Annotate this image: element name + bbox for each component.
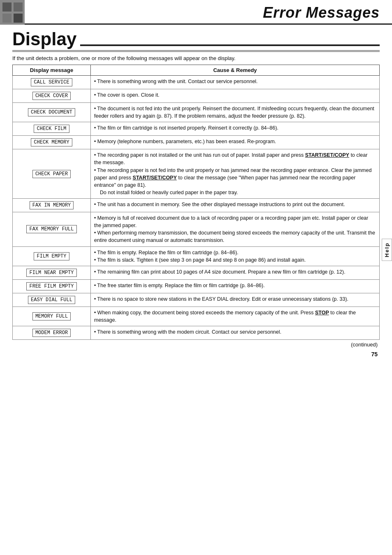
cause-cell: • The remaining film can print about 10 … — [91, 266, 380, 279]
table-row: CALL SERVICE • There is something wrong … — [13, 76, 380, 89]
message-cell: CHECK DOCUMENT — [13, 103, 91, 122]
help-side-tab: Help — [382, 239, 392, 261]
message-cell: FAX IN MEMORY — [13, 199, 91, 212]
error-messages-table: Display message Cause & Remedy CALL SERV… — [12, 65, 380, 340]
table-row: EASY DIAL FULL • There is no space to st… — [13, 293, 380, 307]
start-set-copy-btn-ref: START/SET/COPY — [305, 152, 349, 158]
svg-rect-4 — [14, 14, 23, 23]
table-row: CHECK FILM • The film or film cartridge … — [13, 122, 380, 136]
stop-btn-ref: STOP — [315, 310, 329, 316]
cause-cell: • The film is empty. Replace the film or… — [91, 246, 380, 266]
cause-cell: • The unit has a document in memory. See… — [91, 199, 380, 212]
svg-rect-2 — [14, 2, 23, 12]
table-row: MODEM ERROR • There is something wrong w… — [13, 326, 380, 340]
cause-cell: • There is something wrong with the mode… — [91, 326, 380, 340]
message-label: CHECK PAPER — [32, 170, 71, 178]
message-label: FILM EMPTY — [34, 252, 69, 260]
cause-cell: • There is something wrong with the unit… — [91, 76, 380, 89]
message-label: CHECK MEMORY — [31, 138, 72, 146]
cause-cell: • Memory is full of received document du… — [91, 212, 380, 247]
start-set-copy-btn-ref2: START/SET/COPY — [133, 175, 177, 181]
message-label: CHECK DOCUMENT — [28, 108, 75, 116]
display-heading: Display — [12, 29, 380, 52]
table-row: CHECK MEMORY • Memory (telephone numbers… — [13, 136, 380, 149]
message-label: FREE FILM EMPTY — [26, 282, 76, 290]
message-label: EASY DIAL FULL — [28, 296, 75, 304]
table-row: FILM NEAR EMPTY • The remaining film can… — [13, 266, 380, 279]
col-header-message: Display message — [13, 65, 91, 76]
message-cell: CHECK COVER — [13, 89, 91, 103]
cause-cell: • When making copy, the document being s… — [91, 307, 380, 326]
page: Error Messages Display If the unit detec… — [0, 0, 392, 555]
display-heading-text: Display — [12, 29, 77, 49]
intro-text: If the unit detects a problem, one or mo… — [12, 55, 380, 61]
message-cell: CHECK PAPER — [13, 149, 91, 199]
continued-label: (continued) — [0, 340, 392, 348]
indent-text: Do not install folded or heavily curled … — [100, 190, 238, 195]
table-row: CHECK DOCUMENT • The document is not fed… — [13, 103, 380, 122]
col-header-cause: Cause & Remedy — [91, 65, 380, 76]
message-cell: CALL SERVICE — [13, 76, 91, 89]
message-label: MEMORY FULL — [32, 312, 71, 320]
table-row: FREE FILM EMPTY • The free starter film … — [13, 279, 380, 293]
table-row: CHECK COVER • The cover is open. Close i… — [13, 89, 380, 103]
header-bar: Error Messages — [0, 0, 392, 25]
cause-cell: • The cover is open. Close it. — [91, 89, 380, 103]
svg-rect-1 — [2, 2, 12, 12]
message-label: FAX IN MEMORY — [30, 201, 74, 209]
heading-line — [80, 44, 380, 46]
cause-cell: • Memory (telephone numbers, parameters,… — [91, 136, 380, 149]
message-cell: FILM NEAR EMPTY — [13, 266, 91, 279]
table-row: FILM EMPTY • The film is empty. Replace … — [13, 246, 380, 266]
message-label: CHECK FILM — [34, 125, 69, 133]
message-label: CALL SERVICE — [31, 78, 72, 86]
page-number: 75 — [0, 348, 392, 358]
message-cell: FILM EMPTY — [13, 246, 91, 266]
display-section: Display If the unit detects a problem, o… — [0, 25, 392, 340]
message-cell: CHECK FILM — [13, 122, 91, 136]
message-label: CHECK COVER — [32, 92, 71, 100]
cause-cell: • The film or film cartridge is not inse… — [91, 122, 380, 136]
table-row: FAX MEMORY FULL • Memory is full of rece… — [13, 212, 380, 247]
table-row: MEMORY FULL • When making copy, the docu… — [13, 307, 380, 326]
cause-cell: • There is no space to store new station… — [91, 293, 380, 307]
cause-cell: • The free starter film is empty. Replac… — [91, 279, 380, 293]
message-label: FAX MEMORY FULL — [26, 225, 76, 233]
message-cell: FREE FILM EMPTY — [13, 279, 91, 293]
corner-image — [0, 0, 25, 25]
cause-cell: • The recording paper is not installed o… — [91, 149, 380, 199]
message-label: MODEM ERROR — [32, 329, 71, 337]
message-cell: EASY DIAL FULL — [13, 293, 91, 307]
message-cell: MEMORY FULL — [13, 307, 91, 326]
message-cell: FAX MEMORY FULL — [13, 212, 91, 247]
table-row: CHECK PAPER • The recording paper is not… — [13, 149, 380, 199]
table-row: FAX IN MEMORY • The unit has a document … — [13, 199, 380, 212]
message-label: FILM NEAR EMPTY — [26, 269, 76, 277]
page-title: Error Messages — [263, 4, 380, 21]
message-cell: MODEM ERROR — [13, 326, 91, 340]
svg-rect-3 — [2, 14, 12, 23]
message-cell: CHECK MEMORY — [13, 136, 91, 149]
cause-cell: • The document is not fed into the unit … — [91, 103, 380, 122]
